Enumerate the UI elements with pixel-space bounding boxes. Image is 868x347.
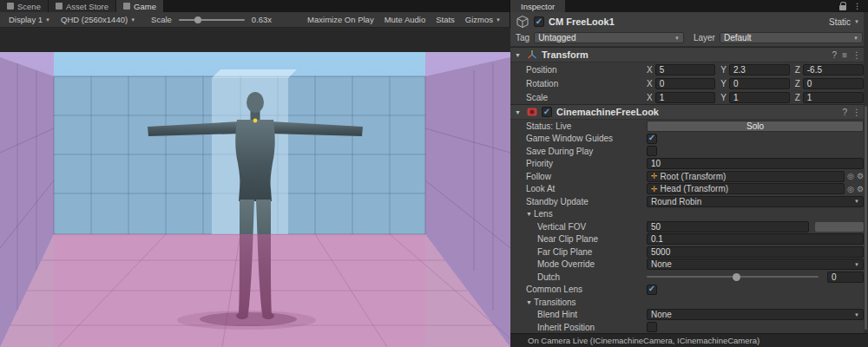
- far-clip-field[interactable]: 5000: [647, 246, 864, 258]
- cinemachine-icon: [527, 107, 537, 117]
- look-at-object-field[interactable]: ✛ Head (Transform): [647, 183, 845, 194]
- inherit-position-row: Inherit Position: [510, 321, 868, 334]
- common-lens-checkbox[interactable]: ✓: [647, 285, 657, 295]
- y-axis-label: Y: [720, 79, 727, 88]
- near-clip-field[interactable]: 0.1: [647, 233, 864, 245]
- rotation-z-field[interactable]: 0: [803, 78, 864, 89]
- scrollbar-thumb[interactable]: [865, 106, 867, 330]
- near-clip-label: Near Clip Plane: [537, 234, 647, 244]
- foldout-arrow-icon: ▼: [526, 211, 534, 217]
- chevron-down-icon: ▼: [45, 17, 50, 23]
- scale-control: Scale 0.63x: [141, 13, 277, 27]
- save-during-play-checkbox[interactable]: [647, 146, 657, 156]
- tab-asset-store[interactable]: Asset Store: [49, 0, 116, 12]
- z-axis-label: Z: [795, 65, 800, 75]
- blend-hint-row: Blend Hint None ▼: [510, 309, 868, 322]
- tag-dropdown[interactable]: Untagged ▼: [534, 32, 684, 43]
- gizmos-dropdown[interactable]: Gizmos ▼: [460, 13, 506, 27]
- look-at-label: Look At: [526, 184, 647, 193]
- mute-audio-button[interactable]: Mute Audio: [379, 13, 431, 27]
- tab-game[interactable]: Game: [116, 0, 164, 12]
- blend-hint-dropdown[interactable]: None ▼: [647, 309, 864, 320]
- priority-row: Priority 10: [510, 158, 868, 171]
- position-row: Position X5 Y2.3 Z-6.5: [510, 62, 868, 76]
- layer-label: Layer: [694, 33, 715, 43]
- standby-update-dropdown[interactable]: Round Robin ▼: [647, 196, 864, 207]
- position-z-field[interactable]: -6.5: [803, 64, 864, 75]
- follow-object-field[interactable]: ✛ Root (Transform): [647, 171, 845, 182]
- static-dropdown[interactable]: Static ▼: [829, 17, 863, 27]
- scale-y-field[interactable]: 1: [729, 92, 790, 103]
- inspector-tabbar: Inspector ⋮: [510, 0, 868, 12]
- fov-preset-button[interactable]: [815, 222, 864, 232]
- vertical-fov-row: Vertical FOV 50: [510, 220, 868, 233]
- gear-icon[interactable]: ⚙: [857, 172, 864, 180]
- solo-button[interactable]: Solo: [647, 121, 864, 132]
- lens-foldout-row[interactable]: ▼ Lens: [510, 208, 868, 221]
- tab-inspector[interactable]: Inspector: [510, 0, 565, 12]
- menu-icon[interactable]: ⋮: [852, 108, 861, 117]
- rotation-x-field[interactable]: 0: [655, 78, 716, 89]
- chevron-down-icon: ▼: [854, 199, 859, 204]
- menu-icon[interactable]: ⋮: [852, 50, 861, 60]
- object-picker-icon[interactable]: ◎: [847, 172, 854, 180]
- preset-icon[interactable]: ≡: [842, 50, 847, 60]
- dutch-slider-handle[interactable]: [733, 273, 740, 281]
- scale-slider[interactable]: [179, 19, 245, 21]
- maximize-on-play-button[interactable]: Maximize On Play: [302, 13, 379, 27]
- tracking-target-dot: [253, 119, 258, 123]
- game-toolbar-right: Maximize On Play Mute Audio Stats Gizmos…: [302, 13, 506, 27]
- layer-value: Default: [724, 33, 752, 43]
- dutch-slider[interactable]: [647, 276, 819, 278]
- standby-update-value: Round Robin: [651, 197, 701, 206]
- position-x-field[interactable]: 5: [655, 64, 716, 75]
- inspector-scrollbar[interactable]: [864, 12, 868, 333]
- gameobject-header: ✓ CM FreeLook1 Static ▼: [510, 12, 868, 31]
- gameobject-active-checkbox[interactable]: ✓: [534, 16, 544, 27]
- object-picker-icon[interactable]: ◎: [847, 185, 854, 193]
- foldout-arrow-icon[interactable]: ▼: [515, 52, 523, 58]
- game-panel: Scene Asset Store Game Display 1 ▼ QHD (…: [0, 0, 510, 347]
- gameobject-name-field[interactable]: CM FreeLook1: [549, 16, 615, 27]
- position-y-field[interactable]: 2.3: [729, 64, 790, 75]
- scale-x-field[interactable]: 1: [655, 92, 716, 103]
- inspector-panel: Inspector ⋮ ✓ CM FreeLook1 Static ▼ Tag: [510, 0, 868, 347]
- gear-icon[interactable]: ⚙: [857, 185, 864, 193]
- freelook-enabled-checkbox[interactable]: ✓: [542, 107, 552, 117]
- transitions-foldout-row[interactable]: ▼ Transitions: [510, 296, 868, 309]
- vertical-fov-field[interactable]: 50: [647, 221, 809, 232]
- layer-dropdown[interactable]: Default ▼: [720, 32, 863, 43]
- near-clip-row: Near Clip Plane 0.1: [510, 233, 868, 246]
- resolution-dropdown[interactable]: QHD (2560x1440) ▼: [56, 13, 141, 27]
- inherit-position-checkbox[interactable]: [647, 322, 657, 332]
- rotation-y-field[interactable]: 0: [729, 78, 790, 89]
- transform-icon: [527, 49, 537, 60]
- blend-hint-value: None: [651, 310, 672, 319]
- x-axis-label: X: [647, 93, 653, 102]
- left-tabbar: Scene Asset Store Game: [0, 0, 510, 12]
- mode-override-dropdown[interactable]: None ▼: [647, 259, 864, 270]
- lock-icon[interactable]: [839, 5, 846, 10]
- foldout-arrow-icon[interactable]: ▼: [515, 109, 523, 115]
- menu-icon[interactable]: ⋮: [853, 2, 861, 10]
- x-axis-label: X: [647, 65, 653, 75]
- transform-header[interactable]: ▼ Transform ? ≡ ⋮: [510, 47, 868, 62]
- game-viewport[interactable]: [0, 28, 510, 347]
- dutch-label: Dutch: [537, 272, 647, 282]
- game-window-guides-checkbox[interactable]: ✓: [647, 134, 657, 144]
- freelook-header[interactable]: ▼ ✓ CinemachineFreeLook ? ⋮: [510, 104, 868, 120]
- vertical-fov-label: Vertical FOV: [537, 222, 647, 232]
- stats-button[interactable]: Stats: [431, 13, 460, 27]
- priority-field[interactable]: 10: [647, 158, 864, 169]
- y-axis-label: Y: [720, 93, 727, 102]
- dutch-field[interactable]: 0: [827, 272, 864, 283]
- scale-z-field[interactable]: 1: [803, 92, 864, 103]
- tab-scene[interactable]: Scene: [0, 0, 49, 12]
- help-icon[interactable]: ?: [842, 108, 847, 117]
- scale-slider-handle[interactable]: [194, 16, 201, 23]
- tab-inspector-label: Inspector: [521, 2, 555, 11]
- resolution-dropdown-label: QHD (2560x1440): [61, 15, 128, 24]
- help-icon[interactable]: ?: [832, 50, 838, 60]
- display-dropdown[interactable]: Display 1 ▼: [3, 13, 56, 27]
- chevron-down-icon: ▼: [854, 312, 859, 318]
